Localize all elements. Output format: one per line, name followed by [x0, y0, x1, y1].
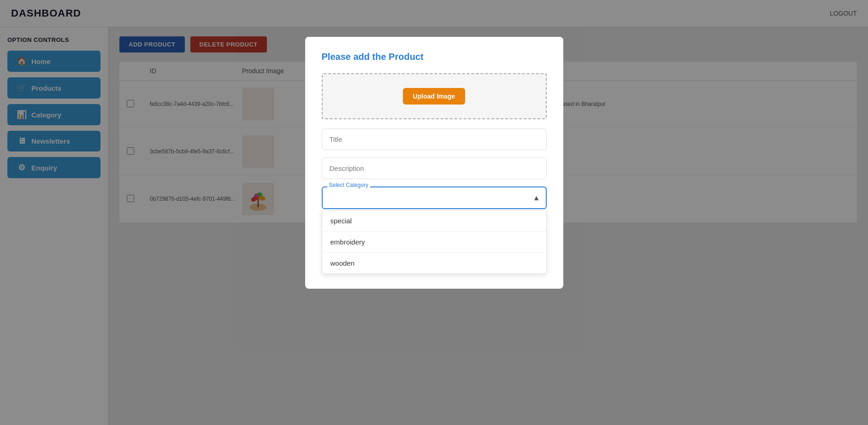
- add-product-modal: Please add the Product Upload Image Sele…: [305, 37, 563, 289]
- dropdown-item-wooden[interactable]: wooden: [322, 253, 546, 274]
- title-input[interactable]: [322, 128, 547, 150]
- category-select-wrapper: Select Category special embroidery woode…: [322, 186, 547, 209]
- category-select-label: Select Category: [327, 182, 370, 188]
- modal-overlay[interactable]: Please add the Product Upload Image Sele…: [0, 0, 868, 425]
- dropdown-item-embroidery[interactable]: embroidery: [322, 232, 546, 253]
- category-dropdown-list: special embroidery wooden: [322, 210, 547, 274]
- category-select[interactable]: special embroidery wooden: [322, 186, 547, 209]
- upload-image-button[interactable]: Upload Image: [403, 88, 466, 105]
- description-input[interactable]: [322, 157, 547, 179]
- dropdown-item-special[interactable]: special: [322, 210, 546, 232]
- image-upload-area[interactable]: Upload Image: [322, 73, 547, 119]
- modal-title: Please add the Product: [322, 52, 547, 62]
